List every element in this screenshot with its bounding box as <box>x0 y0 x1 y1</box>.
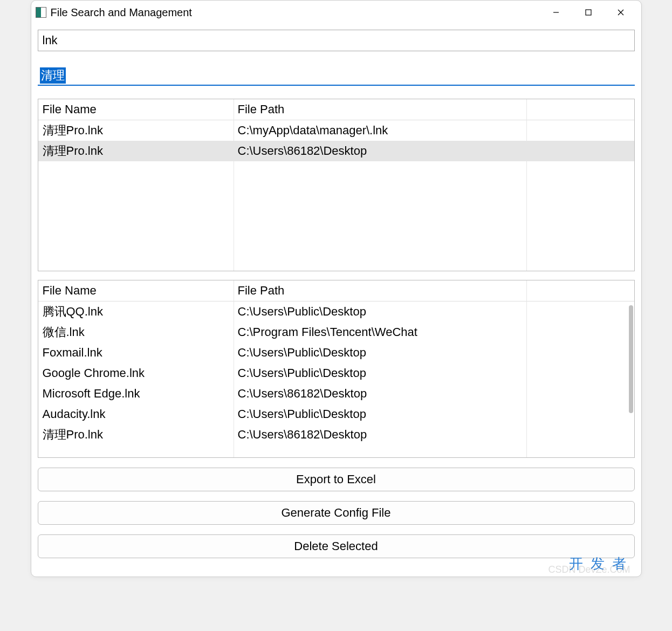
table-row[interactable]: Google Chrome.lnkC:\Users\Public\Desktop <box>38 363 634 383</box>
cell-file-name[interactable]: 清理Pro.lnk <box>38 141 234 161</box>
table-row[interactable]: 清理Pro.lnkC:\myApp\data\manager\.lnk <box>38 120 634 141</box>
cell-file-path[interactable]: C:\Program Files\Tencent\WeChat <box>234 322 526 342</box>
close-button[interactable] <box>605 2 637 23</box>
col-file-path[interactable]: File Path <box>234 280 526 301</box>
table-row[interactable]: Microsoft Edge.lnkC:\Users\86182\Desktop <box>38 383 634 404</box>
table-header-row: File Name File Path <box>38 99 634 120</box>
titlebar: File Search and Management <box>31 1 641 24</box>
cell-file-path[interactable]: C:\Users\Public\Desktop <box>234 363 526 383</box>
cell-spacer <box>526 363 634 383</box>
cell-spacer <box>526 120 634 141</box>
delete-selected-button[interactable]: Delete Selected <box>38 534 635 558</box>
window-controls <box>540 2 637 23</box>
table-row[interactable]: 腾讯QQ.lnkC:\Users\Public\Desktop <box>38 301 634 322</box>
filter-input[interactable] <box>38 64 635 86</box>
svg-rect-1 <box>586 10 591 15</box>
app-icon <box>36 7 46 18</box>
cell-file-path[interactable]: C:\Users\Public\Desktop <box>234 301 526 322</box>
cell-spacer <box>526 141 634 161</box>
cell-spacer <box>526 342 634 363</box>
close-icon <box>617 9 625 16</box>
results-table-top[interactable]: File Name File Path 清理Pro.lnkC:\myApp\da… <box>38 99 635 271</box>
col-spacer <box>526 280 634 301</box>
generate-config-button[interactable]: Generate Config File <box>38 501 635 525</box>
column-divider[interactable] <box>526 280 527 457</box>
maximize-button[interactable] <box>572 2 605 23</box>
cell-file-path[interactable]: C:\Users\86182\Desktop <box>234 383 526 404</box>
cell-file-path[interactable]: C:\Users\86182\Desktop <box>234 141 526 161</box>
cell-file-name[interactable]: 腾讯QQ.lnk <box>38 301 234 322</box>
export-excel-button[interactable]: Export to Excel <box>38 468 635 491</box>
cell-file-name[interactable]: Audacity.lnk <box>38 404 234 424</box>
cell-file-name[interactable]: Microsoft Edge.lnk <box>38 383 234 404</box>
cell-file-path[interactable]: C:\Users\Public\Desktop <box>234 404 526 424</box>
scrollbar-track[interactable] <box>628 284 633 454</box>
column-divider[interactable] <box>234 99 234 271</box>
cell-file-path[interactable]: C:\Users\86182\Desktop <box>234 424 526 445</box>
app-window: File Search and Management 清理 <box>31 0 642 577</box>
cell-spacer <box>526 404 634 424</box>
results-table-bottom[interactable]: File Name File Path 腾讯QQ.lnkC:\Users\Pub… <box>38 280 635 458</box>
table-row[interactable]: Foxmail.lnkC:\Users\Public\Desktop <box>38 342 634 363</box>
minimize-button[interactable] <box>540 2 572 23</box>
cell-file-name[interactable]: 清理Pro.lnk <box>38 424 234 445</box>
column-divider[interactable] <box>234 280 234 457</box>
cell-file-name[interactable]: Google Chrome.lnk <box>38 363 234 383</box>
table-row[interactable]: Audacity.lnkC:\Users\Public\Desktop <box>38 404 634 424</box>
cell-spacer <box>526 424 634 445</box>
minimize-icon <box>552 9 560 16</box>
cell-spacer <box>526 383 634 404</box>
window-title: File Search and Management <box>51 6 540 19</box>
cell-file-path[interactable]: C:\myApp\data\manager\.lnk <box>234 120 526 141</box>
filter-wrap: 清理 <box>38 64 635 86</box>
table-row[interactable]: 清理Pro.lnkC:\Users\86182\Desktop <box>38 424 634 445</box>
cell-spacer <box>526 322 634 342</box>
col-file-name[interactable]: File Name <box>38 99 234 120</box>
cell-file-name[interactable]: 微信.lnk <box>38 322 234 342</box>
table-row[interactable]: 清理Pro.lnkC:\Users\86182\Desktop <box>38 141 634 161</box>
col-file-path[interactable]: File Path <box>234 99 526 120</box>
cell-spacer <box>526 301 634 322</box>
col-file-name[interactable]: File Name <box>38 280 234 301</box>
maximize-icon <box>585 9 592 16</box>
table-header-row: File Name File Path <box>38 280 634 301</box>
filter-selection-text: 清理 <box>40 67 66 84</box>
column-divider[interactable] <box>526 99 527 271</box>
search-input[interactable] <box>38 30 635 51</box>
scrollbar-thumb[interactable] <box>629 305 633 413</box>
col-spacer <box>526 99 634 120</box>
cell-file-path[interactable]: C:\Users\Public\Desktop <box>234 342 526 363</box>
content-area: 清理 File Name File Path 清理Pro.lnkC:\myApp… <box>31 24 641 577</box>
cell-file-name[interactable]: Foxmail.lnk <box>38 342 234 363</box>
table-row[interactable]: 微信.lnkC:\Program Files\Tencent\WeChat <box>38 322 634 342</box>
cell-file-name[interactable]: 清理Pro.lnk <box>38 120 234 141</box>
